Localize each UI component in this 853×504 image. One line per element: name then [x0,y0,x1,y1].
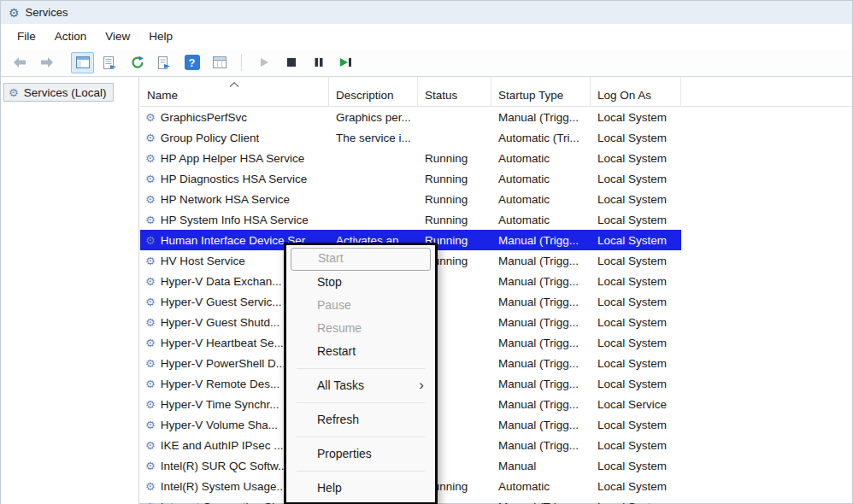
menu-action[interactable]: Action [45,26,97,46]
column-header-name[interactable]: Name [140,77,329,106]
service-gear-icon: ⚙ [145,317,156,328]
cell-filler [681,168,852,189]
column-header-log-on-as[interactable]: Log On As [591,77,681,106]
column-header-description[interactable]: Description [329,77,418,106]
context-menu: StartStopPauseResumeRestartAll Tasks›Ref… [284,243,438,504]
submenu-chevron-icon: › [419,373,424,396]
cell-name: ⚙HP Network HSA Service [140,189,329,209]
service-gear-icon: ⚙ [145,235,156,246]
context-menu-separator [297,471,425,472]
service-name-label: Hyper-V Guest Shutd... [161,316,280,329]
cell-filler [681,148,852,168]
cell-log-on-as: Local System [591,291,681,312]
table-row[interactable]: ⚙HP Diagnostics HSA ServiceRunningAutoma… [140,168,852,189]
context-menu-separator [297,437,425,437]
cell-filler [681,414,852,435]
service-name-label: Hyper-V Remote Des... [161,378,280,390]
cell-log-on-as: Local System [591,373,681,394]
cell-filler [681,394,852,414]
context-item-refresh[interactable]: Refresh [286,408,435,431]
table-row[interactable]: ⚙Hyper-V Guest Servic...Manual (Trigg...… [140,291,852,312]
context-item-all-tasks[interactable]: All Tasks› [286,374,435,397]
refresh-icon[interactable] [126,52,149,73]
cell-log-on-as: Local System [591,209,681,230]
table-row[interactable]: ⚙HP Network HSA ServiceRunningAutomaticL… [140,189,852,209]
table-row[interactable]: ⚙IKE and AuthIP IPsec ...Manual (Trigg..… [140,435,852,455]
service-name-label: Group Policy Client [161,132,260,144]
context-item-restart[interactable]: Restart [286,340,435,363]
service-gear-icon: ⚙ [145,153,156,164]
table-row[interactable]: ⚙Hyper-V Heartbeat Se...Manual (Trigg...… [140,332,852,353]
table-row[interactable]: ⚙HV Host ServiceRunningManual (Trigg...L… [140,250,852,271]
context-item-stop[interactable]: Stop [286,271,435,294]
service-gear-icon: ⚙ [145,460,156,472]
table-row[interactable]: ⚙Hyper-V Data Exchan...Manual (Trigg...L… [140,271,852,291]
table-row[interactable]: ⚙GraphicsPerfSvcGraphics per...Manual (T… [140,107,852,127]
cell-startup-type: Automatic [491,209,591,230]
cell-status: Running [418,168,491,189]
context-item-help[interactable]: Help [286,477,435,500]
column-header-status[interactable]: Status [418,77,491,106]
title-bar: ⚙ Services [1,1,852,24]
service-name-label: Hyper-V Time Synchr... [161,398,279,411]
restart-service-icon[interactable] [334,52,357,73]
cell-log-on-as: Local System [591,168,681,189]
forward-icon[interactable] [35,52,58,73]
cell-filler [681,250,852,271]
properties-icon[interactable] [208,52,231,73]
toolbar-separator [241,54,242,71]
service-name-label: Hyper-V Volume Sha... [161,419,278,431]
pause-service-icon[interactable] [307,52,330,73]
table-row[interactable]: ⚙Human Interface Device Servi...Activate… [140,230,852,250]
service-gear-icon: ⚙ [145,194,156,205]
table-row[interactable]: ⚙HP System Info HSA ServiceRunningAutoma… [140,209,852,230]
table-row[interactable]: ⚙Hyper-V Guest Shutd...Manual (Trigg...L… [140,312,852,332]
back-icon[interactable] [8,52,31,73]
show-console-tree-icon[interactable] [71,52,94,73]
table-row[interactable]: ⚙Intel(R) System Usage...RunningAutomati… [140,476,852,496]
cell-startup-type: Manual [491,455,591,476]
context-item-start: Start [291,248,431,271]
column-header-startup-type[interactable]: Startup Type [491,77,591,106]
service-name-label: Hyper-V Heartbeat Se... [161,337,284,349]
service-gear-icon: ⚙ [145,112,156,123]
service-name-label: HP System Info HSA Service [161,214,309,226]
cell-log-on-as: Local System [591,476,681,496]
start-service-icon[interactable] [252,52,275,73]
table-row[interactable]: ⚙Internet Connection Shari...Provides n.… [140,496,852,504]
help-glyph: ? [185,55,200,70]
menu-view[interactable]: View [96,26,139,46]
table-row[interactable]: ⚙Group Policy ClientThe service i...Auto… [140,127,852,148]
menu-help[interactable]: Help [139,26,182,46]
menu-bar: FileActionViewHelp [1,24,852,49]
context-item-properties[interactable]: Properties [286,442,435,466]
column-label: Startup Type [498,89,563,102]
stop-service-icon[interactable] [279,52,303,73]
help-icon[interactable]: ? [180,52,203,73]
table-row[interactable]: ⚙HP App Helper HSA ServiceRunningAutomat… [140,148,852,168]
cell-startup-type: Manual (Trigg... [491,291,591,312]
table-row[interactable]: ⚙Hyper-V Remote Des...Manual (Trigg...Lo… [140,373,852,394]
export-icon[interactable] [153,52,176,73]
sidebar-item-services-local[interactable]: ⚙ Services (Local) [3,83,114,102]
cell-startup-type: Manual (Trigg... [491,414,591,435]
table-row[interactable]: ⚙Intel(R) SUR QC Softw...ManualLocal Sys… [140,455,852,476]
cell-log-on-as: Local System [591,414,681,435]
menu-file[interactable]: File [8,26,45,46]
cell-description [329,209,418,230]
cell-filler [681,332,852,353]
export-list-icon[interactable] [98,52,121,73]
cell-log-on-as: Local System [591,189,681,209]
service-name-label: GraphicsPerfSvc [161,111,247,124]
cell-filler [681,312,852,332]
table-row[interactable]: ⚙Hyper-V Time Synchr...Manual (Trigg...L… [140,394,852,414]
service-gear-icon: ⚙ [145,481,156,492]
cell-status [418,127,491,148]
cell-status [418,107,491,127]
service-gear-icon: ⚙ [145,173,156,185]
table-row[interactable]: ⚙Hyper-V PowerShell D...Manual (Trigg...… [140,353,852,373]
cell-filler [681,291,852,312]
service-name-label: Hyper-V Data Exchan... [161,275,282,288]
column-header-filler [681,77,852,106]
table-row[interactable]: ⚙Hyper-V Volume Sha...Manual (Trigg...Lo… [140,414,852,435]
